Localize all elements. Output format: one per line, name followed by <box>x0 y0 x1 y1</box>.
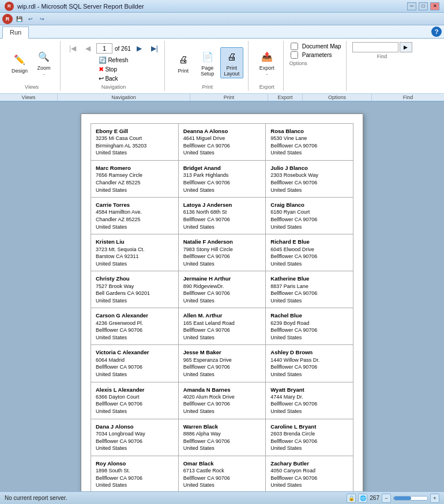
person-addr1: 6713 Castle Rock <box>183 467 261 475</box>
person-name: Amanda N Barnes <box>183 386 261 393</box>
document-map-option[interactable]: Document Map <box>289 42 343 51</box>
zoom-slider[interactable] <box>393 496 428 501</box>
print-button[interactable]: 🖨 Print <box>172 50 195 75</box>
person-name: Katherine Blue <box>270 275 348 282</box>
report-cell: Dana J Alonso 7034 Longbroad Way Bellflo… <box>91 419 179 456</box>
report-cell: Alexis L Alexander 6366 Dayton Court Bel… <box>91 382 179 419</box>
person-addr1: 7983 Stony Hill Circle <box>183 246 261 253</box>
person-country: United States <box>96 187 174 194</box>
title-bar-left: R wip.rdl - Microsoft SQL Server Report … <box>5 2 144 11</box>
person-addr2: Bellflower CA 90706 <box>96 438 174 445</box>
title-bar-controls: ─ □ ✕ <box>407 2 439 10</box>
report-cell: Caroline L Bryant 2603 Brenda Circle Bel… <box>266 419 353 456</box>
find-next-button[interactable]: ▶ <box>400 42 412 52</box>
find-input[interactable] <box>352 42 398 52</box>
report-cell: Roy Alonso 1898 South St. Bellflower CA … <box>91 456 179 493</box>
person-addr2: Bellflower CA 90706 <box>183 216 261 223</box>
person-addr2: Chandler AZ 85225 <box>96 179 174 187</box>
report-cell: Allen M. Arthur 165 East Leland Road Bel… <box>179 308 266 345</box>
report-cell: Ebony E Gill 3235 Mi Casa Court Birmingh… <box>91 124 179 161</box>
person-addr1: 4050 Canyon Road <box>270 467 348 475</box>
person-addr2: Bellflower CA 90706 <box>270 400 348 408</box>
person-addr1: 1898 South St. <box>96 467 174 475</box>
export-button[interactable]: 📤 Export- <box>255 47 279 78</box>
person-name: Wyatt Bryant <box>270 386 348 393</box>
ribbon-labels-row: Views Navigation Print Export Options Fi… <box>0 93 444 101</box>
previous-button[interactable]: ◀ <box>81 42 94 55</box>
print-layout-button[interactable]: 🖨 PrintLayout <box>220 47 243 78</box>
nav-row1: |◀ ◀ of 261 ▶ ▶| <box>66 42 161 55</box>
ribbon-group-print: 🖨 Print 📄 PageSetup 🖨 PrintLayout Print <box>167 41 249 91</box>
last-button[interactable]: ▶| <box>148 42 161 55</box>
redo-quick-button[interactable]: ↪ <box>37 14 47 24</box>
refresh-button[interactable]: 🔄 Refresh <box>97 56 129 65</box>
person-addr1: 4236 Greenwood Pl. <box>96 320 174 327</box>
person-addr1: 4641 Miguel Drive <box>183 135 261 142</box>
page-setup-button[interactable]: 📄 PageSetup <box>196 47 219 78</box>
person-country: United States <box>183 297 261 305</box>
find-group-label: Find <box>377 54 387 59</box>
person-addr2: Bellflower CA 90706 <box>183 179 261 187</box>
zoom-button[interactable]: 🔍 Zoom- <box>32 47 55 78</box>
person-addr1: 1440 Willow Pass Dr. <box>270 357 348 364</box>
minimize-button[interactable]: ─ <box>407 2 416 10</box>
person-name: Marc Romero <box>96 164 174 172</box>
status-message: No current report server. <box>5 495 67 501</box>
stop-button[interactable]: ✖ Stop <box>97 65 129 74</box>
person-country: United States <box>183 408 261 415</box>
design-button[interactable]: ✏️ Design <box>8 50 31 75</box>
person-addr1: 3723 Mt. Sequoia Ct. <box>96 246 174 253</box>
nav-row2: 🔄 Refresh ✖ Stop ↩ Back <box>97 56 129 83</box>
export-group-label: Export <box>259 84 274 90</box>
person-addr1: 8837 Paris Lane <box>270 283 348 290</box>
page-number-input[interactable] <box>96 43 112 54</box>
document-map-checkbox[interactable] <box>291 43 298 50</box>
help-icon[interactable]: ? <box>431 26 442 37</box>
report-page: Ebony E Gill 3235 Mi Casa Court Birmingh… <box>81 113 363 499</box>
views-footer-label: Views <box>0 94 58 101</box>
person-addr1: 7034 Longbroad Way <box>96 430 174 438</box>
person-addr1: 6366 Dayton Court <box>96 393 174 401</box>
person-country: United States <box>270 223 348 231</box>
person-addr1: 890 RidgeviewDr. <box>183 283 261 290</box>
zoom-in-button[interactable]: + <box>430 494 439 503</box>
zoom-sub-label: - <box>43 71 45 77</box>
ribbon-group-export: 📤 Export- Export <box>251 41 284 91</box>
maximize-button[interactable]: □ <box>419 2 428 10</box>
person-country: United States <box>96 297 174 305</box>
page-setup-label: PageSetup <box>201 65 215 77</box>
person-country: United States <box>183 334 261 342</box>
export-sub: - <box>266 71 268 77</box>
parameters-checkbox[interactable] <box>291 51 298 59</box>
zoom-label: Zoom- <box>37 65 50 77</box>
back-button[interactable]: ↩ Back <box>97 74 129 83</box>
person-country: United States <box>270 408 348 415</box>
report-cell: Jesse M Baker 965 Esperanza Drive Bellfl… <box>179 345 266 382</box>
export-items: 📤 Export- <box>255 42 279 83</box>
person-addr2: Bellflower CA 90706 <box>96 475 174 482</box>
person-addr2: Bellflower CA 90706 <box>270 290 348 297</box>
status-icon-1[interactable]: 🔒 <box>347 494 356 503</box>
person-country: United States <box>183 223 261 231</box>
person-name: Dana J Alonso <box>96 423 174 430</box>
document-map-label: Document Map <box>302 43 341 50</box>
undo-quick-button[interactable]: ↩ <box>25 14 36 24</box>
person-addr1: 2603 Brenda Circle <box>270 430 348 438</box>
person-addr1: 6136 North 68th St <box>183 209 261 216</box>
close-button[interactable]: ✕ <box>430 2 439 10</box>
next-button[interactable]: ▶ <box>133 42 146 55</box>
status-icon-2[interactable]: 🌐 <box>358 494 367 503</box>
person-name: Ebony E Gill <box>96 127 174 135</box>
save-quick-button[interactable]: 💾 <box>14 14 24 24</box>
report-cell: Latoya J Andersen 6136 North 68th St Bel… <box>179 198 266 234</box>
design-icon: ✏️ <box>12 52 28 68</box>
parameters-option[interactable]: Parameters <box>289 51 333 59</box>
report-cell: Rachel Blue 6239 Boyd Road Bellflower CA… <box>266 308 353 345</box>
zoom-out-button[interactable]: − <box>382 494 391 503</box>
first-button[interactable]: |◀ <box>66 42 79 55</box>
tab-run[interactable]: Run <box>2 26 29 39</box>
report-cell: Deanna A Alonso 4641 Miguel Drive Bellfl… <box>179 124 266 161</box>
person-country: United States <box>96 371 174 378</box>
person-addr2: Bellflower CA 90706 <box>270 253 348 260</box>
person-country: United States <box>96 408 174 415</box>
